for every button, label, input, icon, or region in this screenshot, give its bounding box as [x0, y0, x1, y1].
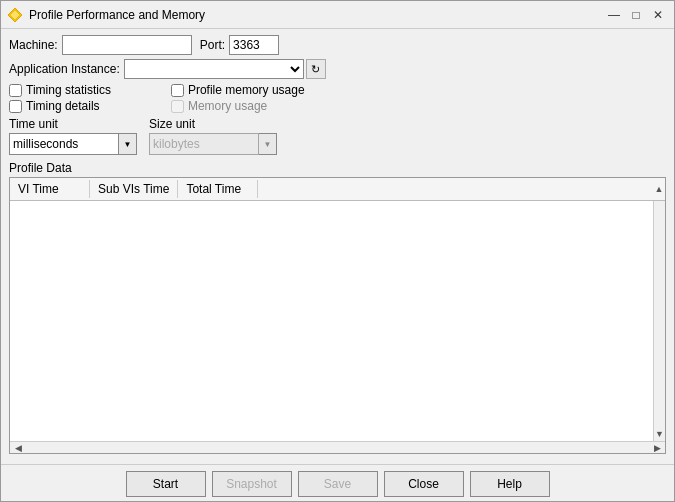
memory-usage-label: Memory usage — [188, 99, 267, 113]
checkboxes-area: Timing statistics Timing details Profile… — [9, 83, 666, 113]
time-unit-group: Time unit milliseconds seconds minutes ▼ — [9, 117, 137, 155]
machine-row: Machine: Port: — [9, 35, 666, 55]
timing-details-checkbox[interactable] — [9, 100, 22, 113]
machine-input[interactable] — [62, 35, 192, 55]
timing-statistics-item: Timing statistics — [9, 83, 111, 97]
content-area: Machine: Port: Application Instance: ↻ T… — [1, 29, 674, 464]
time-unit-label: Time unit — [9, 117, 137, 131]
help-button[interactable]: Help — [470, 471, 550, 497]
size-unit-group: Size unit kilobytes megabytes ▼ — [149, 117, 277, 155]
refresh-button[interactable]: ↻ — [306, 59, 326, 79]
size-unit-label: Size unit — [149, 117, 277, 131]
vertical-scrollbar[interactable]: ▼ — [653, 201, 665, 441]
app-instance-label: Application Instance: — [9, 62, 120, 76]
time-unit-dropdown-icon[interactable]: ▼ — [119, 133, 137, 155]
machine-label: Machine: — [9, 38, 58, 52]
memory-usage-checkbox[interactable] — [171, 100, 184, 113]
start-button[interactable]: Start — [126, 471, 206, 497]
table-header: VI Time Sub VIs Time Total Time ▲ — [10, 178, 665, 201]
scroll-down-icon[interactable]: ▼ — [655, 429, 664, 439]
timing-statistics-checkbox[interactable] — [9, 84, 22, 97]
timing-statistics-label: Timing statistics — [26, 83, 111, 97]
time-unit-select[interactable]: milliseconds seconds minutes — [9, 133, 119, 155]
timing-details-item: Timing details — [9, 99, 111, 113]
app-instance-wrapper — [124, 59, 304, 79]
size-unit-select-wrapper: kilobytes megabytes ▼ — [149, 133, 277, 155]
close-button-bar[interactable]: Close — [384, 471, 464, 497]
app-instance-row: Application Instance: ↻ — [9, 59, 666, 79]
col-sub-vis-time: Sub VIs Time — [90, 180, 178, 198]
size-unit-dropdown-icon: ▼ — [259, 133, 277, 155]
title-bar: Profile Performance and Memory — □ ✕ — [1, 1, 674, 29]
app-instance-select[interactable] — [124, 59, 304, 79]
up-scroll-indicator[interactable]: ▲ — [653, 180, 665, 198]
close-button[interactable]: ✕ — [648, 5, 668, 25]
profile-data-table: VI Time Sub VIs Time Total Time ▲ ▼ ◀ ▶ — [9, 177, 666, 454]
window-controls: — □ ✕ — [604, 5, 668, 25]
units-row: Time unit milliseconds seconds minutes ▼… — [9, 117, 666, 155]
timing-details-label: Timing details — [26, 99, 100, 113]
port-label: Port: — [200, 38, 225, 52]
profile-memory-item: Profile memory usage — [171, 83, 305, 97]
scroll-left-button[interactable]: ◀ — [10, 442, 26, 454]
profile-memory-label: Profile memory usage — [188, 83, 305, 97]
memory-usage-item: Memory usage — [171, 99, 305, 113]
memory-section: Profile memory usage Memory usage — [171, 83, 305, 113]
main-window: Profile Performance and Memory — □ ✕ Mac… — [0, 0, 675, 502]
profile-memory-checkbox[interactable] — [171, 84, 184, 97]
col-vi-time: VI Time — [10, 180, 90, 198]
window-icon — [7, 7, 23, 23]
window-title: Profile Performance and Memory — [29, 8, 604, 22]
table-body[interactable]: ▼ — [10, 201, 665, 441]
size-unit-select[interactable]: kilobytes megabytes — [149, 133, 259, 155]
profile-data-label: Profile Data — [9, 161, 666, 175]
timing-checkboxes: Timing statistics Timing details — [9, 83, 111, 113]
scroll-right-button[interactable]: ▶ — [649, 442, 665, 454]
col-total-time: Total Time — [178, 180, 258, 198]
save-button[interactable]: Save — [298, 471, 378, 497]
snapshot-button[interactable]: Snapshot — [212, 471, 292, 497]
maximize-button[interactable]: □ — [626, 5, 646, 25]
horizontal-scrollbar[interactable]: ◀ ▶ — [10, 441, 665, 453]
port-input[interactable] — [229, 35, 279, 55]
minimize-button[interactable]: — — [604, 5, 624, 25]
button-bar: Start Snapshot Save Close Help — [1, 464, 674, 501]
time-unit-select-wrapper: milliseconds seconds minutes ▼ — [9, 133, 137, 155]
